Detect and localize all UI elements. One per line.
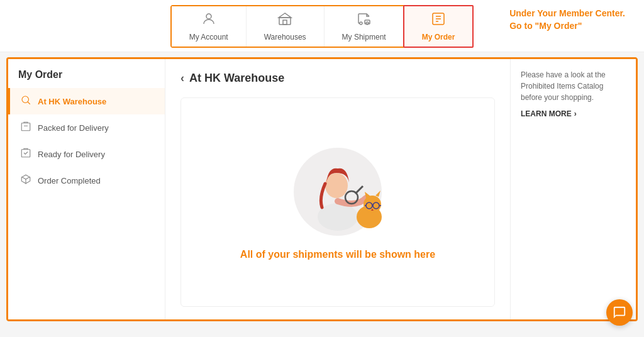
illustration-svg — [281, 145, 394, 239]
nav-item-warehouses[interactable]: Warehouses — [247, 6, 325, 47]
sidebar-label-packed: Packed for Delivery — [38, 123, 109, 133]
nav-group: My Account Warehouses — [170, 5, 474, 48]
chat-button[interactable] — [606, 299, 633, 326]
svg-rect-2 — [283, 20, 287, 25]
content-area: ‹ At HK Warehouse — [165, 59, 510, 319]
sidebar-label-at-hk-warehouse: At HK Warehouse — [38, 97, 106, 106]
content-header: ‹ At HK Warehouse — [180, 72, 495, 85]
nav-label-account: My Account — [189, 33, 228, 41]
svg-marker-23 — [375, 191, 380, 197]
nav-item-my-account[interactable]: My Account — [172, 6, 247, 47]
sidebar-label-ready: Ready for Delivery — [38, 150, 105, 159]
svg-line-11 — [28, 102, 30, 104]
shipment-icon — [357, 11, 372, 30]
packed-sidebar-icon — [20, 121, 31, 135]
empty-text: All of your shipments will be shown here — [240, 249, 435, 260]
learn-more-button[interactable]: LEARN MORE › — [521, 109, 626, 118]
account-icon — [201, 11, 216, 30]
svg-point-16 — [318, 203, 358, 231]
top-nav: My Account Warehouses — [0, 0, 644, 52]
sidebar-item-order-completed[interactable]: Order Completed — [8, 167, 165, 194]
svg-point-4 — [360, 22, 362, 25]
sidebar-item-ready-for-delivery[interactable]: Ready for Delivery — [8, 141, 165, 167]
warehouses-icon — [277, 11, 292, 30]
right-panel: Please have a look at the Prohibited Ite… — [510, 59, 636, 319]
svg-point-5 — [366, 22, 369, 25]
nav-label-warehouses: Warehouses — [264, 33, 306, 41]
sidebar-title: My Order — [8, 69, 165, 88]
main-container: My Order At HK Warehouse Packed for Deli… — [6, 57, 638, 321]
svg-point-10 — [22, 96, 29, 103]
sidebar-item-packed-for-delivery[interactable]: Packed for Delivery — [8, 114, 165, 141]
learn-more-arrow: › — [574, 109, 577, 118]
ready-sidebar-icon — [20, 147, 31, 161]
annotation: Under Your Member Center. Go to "My Orde… — [509, 8, 625, 32]
back-arrow[interactable]: ‹ — [180, 72, 184, 85]
sidebar-item-at-hk-warehouse[interactable]: At HK Warehouse — [8, 88, 165, 114]
illustration — [281, 145, 394, 239]
nav-item-my-shipment[interactable]: My Shipment — [325, 6, 404, 47]
svg-rect-12 — [21, 123, 30, 131]
completed-sidebar-icon — [20, 174, 31, 187]
order-icon — [431, 11, 446, 30]
nav-label-shipment: My Shipment — [342, 33, 386, 41]
content-title: At HK Warehouse — [189, 72, 284, 85]
warehouse-sidebar-icon — [20, 94, 31, 108]
learn-more-label: LEARN MORE — [521, 109, 572, 118]
empty-state: All of your shipments will be shown here — [180, 97, 495, 307]
sidebar: My Order At HK Warehouse Packed for Deli… — [8, 59, 165, 319]
right-panel-text: Please have a look at the Prohibited Ite… — [521, 69, 626, 103]
nav-item-my-order[interactable]: My Order — [403, 5, 474, 48]
nav-label-order: My Order — [422, 33, 455, 41]
svg-rect-1 — [279, 18, 291, 25]
svg-point-0 — [206, 14, 211, 19]
sidebar-label-completed: Order Completed — [38, 176, 101, 185]
